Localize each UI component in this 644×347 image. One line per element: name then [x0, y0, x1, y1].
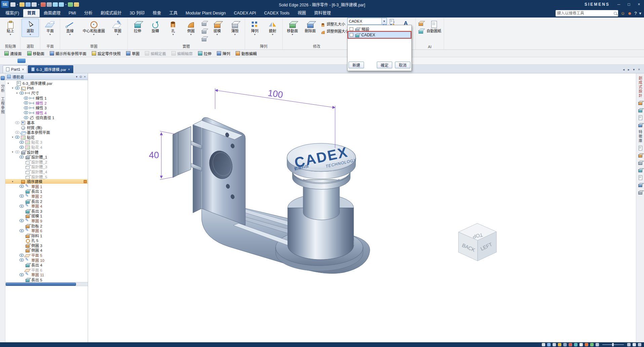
style-combo[interactable]: CADEX ▼ — [347, 18, 387, 25]
menu-tab-CADEX API[interactable]: CADEX API — [230, 9, 260, 17]
notes-panel-icon[interactable] — [638, 175, 643, 180]
tree-item[interactable]: 線性 1 — [5, 96, 88, 101]
context-button-拉伸[interactable]: 拉伸 — [196, 50, 214, 57]
close-tab-button[interactable]: × — [638, 68, 640, 71]
ribbon-button-直線[interactable]: 直線▾ — [61, 19, 79, 37]
zoom-out-icon[interactable] — [596, 343, 599, 346]
tree-expand-arrow[interactable]: ▾ — [11, 136, 14, 139]
cancel-button[interactable]: 取消 — [395, 62, 410, 68]
layers-icon[interactable] — [579, 343, 583, 346]
document-panel-icon[interactable] — [638, 115, 643, 120]
pmi-dimension-40[interactable]: 40 — [149, 131, 174, 180]
viewport-canvas[interactable]: 凱德科技 CADEX TECHNOLOGY — [88, 73, 636, 342]
visibility-eye-icon[interactable] — [24, 101, 28, 104]
ribbon-button-薄殼[interactable]: 薄殼▾ — [226, 19, 244, 37]
style-table-button[interactable] — [388, 18, 395, 25]
visibility-eye-icon[interactable] — [19, 219, 24, 222]
tree-expand-arrow[interactable]: ▾ — [15, 92, 18, 95]
visibility-eye-icon[interactable] — [24, 111, 28, 114]
fit-view-icon[interactable] — [633, 343, 636, 346]
style-list-item-CADEX[interactable]: CADEX — [349, 32, 410, 38]
tree-item[interactable]: 長出 2 — [5, 199, 88, 204]
save-icon[interactable] — [26, 2, 31, 7]
new-document-icon[interactable] — [19, 2, 25, 7]
close-tab-icon[interactable]: × — [22, 68, 24, 71]
prev-tab-button[interactable]: ◂ — [623, 68, 625, 71]
generative-study-icon[interactable] — [638, 100, 643, 105]
ribbon-button-鏡射[interactable]: 鏡射▾ — [264, 19, 281, 37]
ribbon-button-旋轉[interactable]: 旋轉 — [147, 19, 164, 34]
context-button-設定零件快照[interactable]: 設定零件快照 — [89, 50, 123, 57]
tree-item[interactable]: 材質 (無) — [5, 125, 88, 130]
feature-library-icon[interactable] — [638, 145, 643, 150]
tree-item[interactable]: 長出 1 — [5, 189, 88, 194]
tree-item[interactable]: 平面 5 — [5, 253, 88, 258]
tree-expand-arrow[interactable]: ▾ — [11, 180, 14, 183]
menu-tab-PMI[interactable]: PMI — [65, 9, 80, 17]
context-button-草圖[interactable]: 草圖 — [124, 50, 142, 57]
tree-expand-arrow[interactable]: ▾ — [11, 150, 14, 153]
ribbon-button-移動面[interactable]: 移動面▾ — [284, 19, 301, 37]
tree-item[interactable]: 設計體_2 — [5, 160, 88, 165]
tree-item[interactable]: 設計體_1 — [5, 154, 88, 160]
pin-icon[interactable]: ⊙ — [79, 75, 82, 78]
ai-cube-1-icon[interactable] — [417, 20, 422, 25]
menu-tab-曲面處理[interactable]: 曲面處理 — [40, 9, 65, 17]
checkbox[interactable] — [350, 33, 353, 37]
new-style-button[interactable]: 新建 — [349, 62, 364, 68]
tree-item[interactable]: 線性 4 — [5, 110, 88, 115]
menu-tab-首頁[interactable]: 首頁 — [23, 9, 40, 17]
dock-tab-特徵庫[interactable]: 特徵庫 — [638, 130, 643, 143]
frame-icon[interactable] — [553, 343, 556, 346]
menu-tab-創成式設計[interactable]: 創成式設計 — [96, 9, 126, 17]
ribbon-button-拉伸[interactable]: 拉伸 — [129, 19, 146, 34]
ribbon-button-調整倒圓大小[interactable]: 調整倒圓大小 — [319, 28, 350, 34]
dropdown-caret-icon[interactable]: ▾ — [65, 3, 67, 6]
redo-icon[interactable] — [59, 2, 64, 7]
3d-model[interactable]: 凱德科技 CADEX TECHNOLOGY — [173, 117, 370, 274]
command-search[interactable] — [556, 10, 618, 16]
intersect-body-icon[interactable] — [200, 35, 206, 40]
smiley-positive-icon[interactable]: ☺ — [620, 11, 625, 15]
close-panel-icon[interactable]: × — [84, 75, 86, 78]
ribbon-button-自動圖紙[interactable]: 自動圖紙 — [425, 19, 443, 34]
search-input[interactable] — [557, 11, 614, 15]
context-button-陣列[interactable]: 陣列 — [214, 50, 233, 57]
subtract-body-icon[interactable] — [200, 28, 206, 32]
restore-button[interactable]: □ — [624, 0, 634, 9]
tree-item[interactable]: 草圖 10 — [5, 257, 88, 263]
visibility-eye-icon[interactable] — [19, 229, 24, 232]
tree-item[interactable]: 孔 5 — [5, 238, 88, 243]
menu-tab-檢查[interactable]: 檢查 — [149, 9, 165, 17]
menu-tab-CADEX Tools[interactable]: CADEX Tools — [260, 9, 294, 17]
hscroll-thumb[interactable] — [6, 283, 76, 286]
visibility-eye-icon[interactable] — [24, 97, 28, 100]
tree-item[interactable]: 草圖 6 — [5, 228, 88, 233]
dropdown-caret-icon[interactable]: ▾ — [38, 3, 40, 6]
tree-item[interactable]: 設計體_3 — [5, 164, 88, 169]
collapse-ribbon-icon[interactable]: ▾ — [639, 11, 641, 15]
palette-icon[interactable] — [574, 343, 577, 346]
app-logo[interactable]: SE — [1, 1, 9, 8]
visibility-eye-icon[interactable] — [19, 185, 24, 188]
visibility-eye-icon[interactable] — [19, 146, 24, 149]
tree-item[interactable]: 草圖 1 — [5, 184, 88, 189]
smiley-negative-icon[interactable]: ☻ — [628, 11, 632, 15]
tree-item[interactable]: 倒圓 3 — [5, 243, 88, 248]
layers-panel-icon[interactable] — [638, 160, 643, 165]
grid-icon[interactable] — [563, 343, 567, 346]
ribbon-button-陣列[interactable]: 陣列▾ — [246, 19, 264, 37]
help-tool-icon[interactable] — [74, 2, 79, 7]
visibility-eye-icon[interactable] — [15, 86, 19, 90]
target-icon[interactable] — [585, 343, 588, 346]
feature-cube-icon[interactable] — [638, 153, 643, 158]
tree-item[interactable]: ▾PMI — [5, 86, 88, 91]
chart-icon[interactable] — [590, 343, 594, 346]
tree-item[interactable]: 長出 5 — [5, 277, 88, 282]
menu-tab-Modular Plant Design[interactable]: Modular Plant Design — [182, 9, 230, 17]
print-icon[interactable] — [32, 2, 37, 7]
view-cube-icon[interactable] — [638, 123, 643, 128]
bodies-panel-icon[interactable] — [638, 108, 643, 113]
context-button-連接面[interactable]: 連接面 — [2, 50, 24, 57]
add-body-icon[interactable] — [200, 20, 206, 25]
